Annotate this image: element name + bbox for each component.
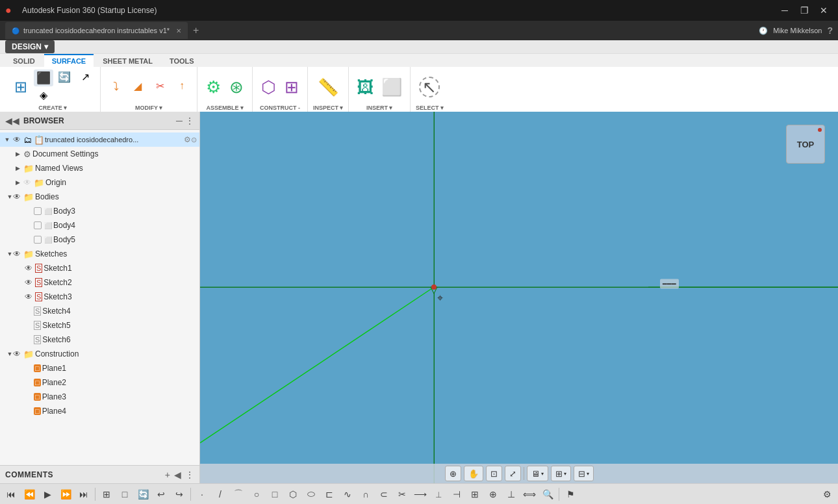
zoom-fit-button[interactable]: ⤢: [505, 466, 521, 481]
tree-arrow-construction[interactable]: ▼: [3, 349, 12, 359]
bt-box-button[interactable]: ⊞: [98, 486, 115, 502]
tree-item-body5[interactable]: ⬜ Body5: [0, 233, 199, 247]
minimize-button[interactable]: ─: [776, 4, 794, 17]
assemble-joint-button[interactable]: ⚙: [203, 70, 223, 104]
browser-drag-handle[interactable]: ⋮: [185, 116, 194, 126]
bt-sketch-poly[interactable]: ⬡: [285, 486, 301, 502]
sweep-button[interactable]: ↗: [75, 69, 95, 86]
insert-decal-button[interactable]: ⬜: [379, 70, 405, 104]
tree-item-body4[interactable]: ⬜ Body4: [0, 218, 199, 233]
tree-item-sketch1[interactable]: 👁 S Sketch1: [0, 261, 199, 275]
tree-item-sketch5[interactable]: S Sketch5: [0, 318, 199, 333]
tree-arrow-bodies[interactable]: ▼: [3, 192, 12, 201]
browser-collapse-button[interactable]: ◀◀: [5, 116, 19, 126]
tree-item-root[interactable]: ▼ 👁 🗂 📋 truncated icosidodecahedro... ⚙ …: [0, 132, 199, 147]
file-tab[interactable]: 🔵 truncated icosidodecahedron instructab…: [5, 22, 188, 39]
tree-arrow-document-settings[interactable]: ▶: [13, 149, 22, 158]
tree-item-plane3[interactable]: □ Plane3: [0, 390, 199, 404]
tree-eye-root[interactable]: 👁: [13, 135, 21, 144]
tree-item-plane2[interactable]: □ Plane2: [0, 375, 199, 390]
tree-item-origin[interactable]: ▶ 👁 📁 Origin: [0, 175, 199, 190]
bt-sketch-line[interactable]: /: [212, 486, 229, 502]
tree-item-plane1[interactable]: □ Plane1: [0, 361, 199, 375]
chamfer-button[interactable]: ✂: [150, 79, 170, 95]
tree-eye-sketches[interactable]: 👁: [13, 249, 21, 258]
tree-eye-sketch1[interactable]: 👁: [25, 264, 32, 273]
assemble-origin-button[interactable]: ⊛: [226, 70, 247, 104]
bt-sketch-circle[interactable]: ○: [248, 486, 265, 502]
bt-dim[interactable]: ⟺: [521, 486, 538, 502]
tree-eye-sketch3[interactable]: 👁: [25, 292, 32, 301]
tree-visibility-root[interactable]: ⊙: [191, 136, 197, 144]
bt-mirror[interactable]: ⊣: [448, 486, 465, 502]
grid-settings-button[interactable]: ⊞ ▾: [551, 466, 571, 481]
zoom-window-button[interactable]: ⊡: [486, 466, 502, 481]
loft-button[interactable]: ◈: [34, 88, 53, 105]
bt-project[interactable]: ⊕: [485, 486, 502, 502]
tree-item-body3[interactable]: ⬜ Body3: [0, 204, 199, 218]
bt-sketch-point[interactable]: ·: [194, 486, 210, 502]
tree-item-sketch4[interactable]: S Sketch4: [0, 304, 199, 318]
tree-eye-sketch2[interactable]: 👁: [25, 278, 32, 287]
tree-eye-origin[interactable]: 👁: [23, 178, 31, 187]
tree-arrow-sketches[interactable]: ▼: [3, 249, 12, 258]
bt-constrain[interactable]: ⊥: [503, 486, 520, 502]
tab-sheet-metal[interactable]: SHEET METAL: [95, 54, 160, 67]
bt-flag[interactable]: ⚑: [562, 486, 579, 502]
press-pull-button[interactable]: ⤵: [106, 79, 125, 95]
tree-item-sketches[interactable]: ▼ 👁 📁 Sketches: [0, 247, 199, 261]
bt-offset[interactable]: ⊂: [375, 486, 392, 502]
new-component-button[interactable]: ⊞: [10, 70, 31, 104]
insert-canvas-button[interactable]: 🖼: [354, 70, 376, 104]
bt-pattern[interactable]: ⊞: [466, 486, 483, 502]
tree-eye-construction[interactable]: 👁: [13, 349, 21, 359]
tree-settings-root[interactable]: ⚙: [184, 135, 191, 144]
add-tab-button[interactable]: +: [193, 25, 199, 36]
history-icon[interactable]: 🕐: [759, 27, 768, 35]
tab-tools[interactable]: TOOLS: [162, 54, 202, 67]
browser-minimize-button[interactable]: ─: [176, 116, 183, 126]
bt-last-button[interactable]: ⏭: [75, 486, 92, 502]
viewport[interactable]: ⌖ ━━━ TOP ⊕ ✋ ⊡ ⤢ 🖥 ▾: [200, 112, 838, 483]
tree-arrow-root[interactable]: ▼: [3, 135, 12, 144]
tree-item-named-views[interactable]: ▶ 📁 Named Views: [0, 161, 199, 175]
tree-item-sketch3[interactable]: 👁 S Sketch3: [0, 290, 199, 304]
tab-surface[interactable]: SURFACE: [44, 54, 94, 67]
comments-collapse-button[interactable]: ◀: [174, 470, 181, 480]
pan-button[interactable]: ✋: [464, 466, 483, 481]
bt-square-button[interactable]: □: [116, 486, 133, 502]
bt-settings-button[interactable]: ⚙: [819, 486, 835, 502]
bt-next-button[interactable]: ⏩: [57, 486, 74, 502]
tree-item-document-settings[interactable]: ▶ ⚙ Document Settings: [0, 147, 199, 161]
extrude-button[interactable]: ⬛: [34, 69, 53, 86]
close-button[interactable]: ✕: [815, 4, 833, 17]
bt-break[interactable]: ⟂: [430, 486, 447, 502]
shell-button[interactable]: ↑: [172, 79, 192, 95]
bt-trim[interactable]: ✂: [394, 486, 411, 502]
display-settings-button[interactable]: 🖥 ▾: [527, 466, 548, 481]
workspace-design-button[interactable]: DESIGN ▾: [5, 40, 55, 53]
help-icon[interactable]: ?: [827, 25, 833, 36]
bt-play-button[interactable]: ▶: [39, 486, 56, 502]
inspect-measure-button[interactable]: 📏: [315, 70, 341, 104]
bt-undo-button[interactable]: ↩: [153, 486, 170, 502]
tree-item-construction[interactable]: ▼ 👁 📁 Construction: [0, 347, 199, 361]
orbit-button[interactable]: ⊕: [445, 466, 461, 481]
bt-sketch-rect[interactable]: □: [266, 486, 283, 502]
bt-prev-button[interactable]: ⏪: [21, 486, 38, 502]
fillet-button[interactable]: ◢: [128, 79, 147, 95]
view-cube[interactable]: TOP: [786, 125, 825, 164]
comments-drag[interactable]: ⋮: [185, 470, 194, 480]
bt-first-button[interactable]: ⏮: [3, 486, 19, 502]
tree-item-sketch2[interactable]: 👁 S Sketch2: [0, 275, 199, 290]
bt-spline[interactable]: ∿: [339, 486, 356, 502]
view-settings-button[interactable]: ⊟ ▾: [574, 466, 594, 481]
tree-item-bodies[interactable]: ▼ 👁 📁 Bodies: [0, 190, 199, 204]
tree-eye-bodies[interactable]: 👁: [13, 192, 21, 201]
close-tab-button[interactable]: ✕: [176, 27, 181, 34]
bt-extend[interactable]: ⟶: [412, 486, 429, 502]
bt-redo-button[interactable]: ↪: [171, 486, 188, 502]
construct-axis-button[interactable]: ⊞: [281, 70, 302, 104]
tree-item-sketch6[interactable]: S Sketch6: [0, 333, 199, 347]
user-name[interactable]: Mike Mikkelson: [773, 27, 822, 34]
